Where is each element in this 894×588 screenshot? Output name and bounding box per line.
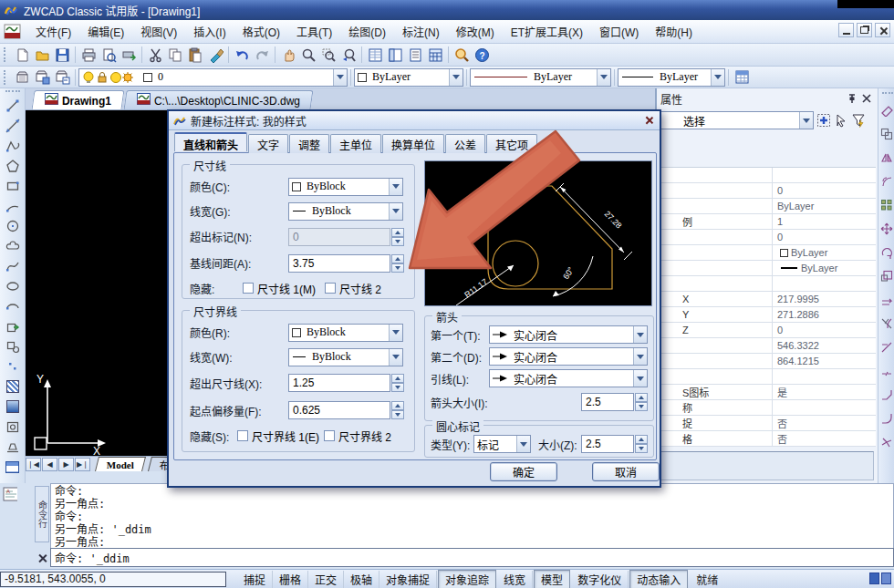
toolbar-grip[interactable] xyxy=(5,90,20,94)
second-arrow-combo[interactable]: 实心闭合 xyxy=(489,347,648,366)
point-tool[interactable] xyxy=(3,356,23,377)
lineweight-combo[interactable]: ByLayer xyxy=(618,68,725,87)
quick-select-icon[interactable] xyxy=(816,113,831,128)
first-tab-button[interactable]: ❘◀ xyxy=(26,458,41,471)
move-tool[interactable] xyxy=(880,217,894,241)
center-mark-type-combo[interactable]: 标记 xyxy=(473,435,531,453)
leader-arrow-combo[interactable]: 实心闭合 xyxy=(489,369,648,387)
property-row[interactable]: ByLayer xyxy=(659,245,876,261)
print-preview-button[interactable] xyxy=(99,46,119,65)
zoom-realtime-button[interactable] xyxy=(298,46,318,65)
suppress-dim-line2-checkbox[interactable] xyxy=(325,283,336,294)
polar-toggle[interactable]: 极轴 xyxy=(344,571,379,588)
open-button[interactable] xyxy=(32,46,52,65)
match-properties-button[interactable] xyxy=(205,46,225,65)
ext-lineweight-combo[interactable]: ByBlock xyxy=(288,348,403,366)
center-mark-size-spinner[interactable]: 2.5 xyxy=(581,435,648,453)
tab-fit[interactable]: 调整 xyxy=(289,134,329,153)
property-row[interactable]: Z0 xyxy=(659,323,876,338)
color-combo[interactable]: ByLayer xyxy=(354,68,463,87)
extend-beyond-ticks-spinner[interactable]: 0 xyxy=(288,228,404,246)
plot-button[interactable] xyxy=(119,46,139,65)
property-row[interactable]: 0 xyxy=(659,230,876,245)
tab-alt-units[interactable]: 换算单位 xyxy=(382,134,444,153)
first-arrow-combo[interactable]: 实心闭合 xyxy=(489,325,648,344)
doc-tab-drawing1[interactable]: Drawing1 xyxy=(32,90,125,109)
tab-text[interactable]: 文字 xyxy=(248,134,288,153)
spline-tool[interactable] xyxy=(3,256,23,276)
layer-manager-button[interactable] xyxy=(12,67,32,87)
tab-lines-arrows[interactable]: 直线和箭头 xyxy=(174,132,247,151)
tablet-toggle[interactable]: 数字化仪 xyxy=(571,571,629,588)
tab-primary-units[interactable]: 主单位 xyxy=(330,134,381,153)
chamfer-tool[interactable] xyxy=(880,383,894,407)
selection-combo-arrow[interactable] xyxy=(799,112,813,129)
selection-combo[interactable]: 选择 xyxy=(660,111,814,129)
dim-color-combo[interactable]: ByBlock xyxy=(288,178,403,196)
property-row[interactable]: 546.3322 xyxy=(659,338,876,354)
new-button[interactable] xyxy=(12,46,32,65)
toolbar-grip[interactable] xyxy=(4,70,8,85)
property-row[interactable] xyxy=(659,369,876,385)
select-objects-icon[interactable] xyxy=(834,113,848,128)
table-tool[interactable] xyxy=(3,457,23,477)
designcenter-button[interactable] xyxy=(385,46,405,65)
baseline-spacing-spinner[interactable]: 3.75 xyxy=(288,254,404,273)
help-button[interactable]: ? xyxy=(472,46,492,65)
close-panel-icon[interactable] xyxy=(859,91,874,106)
trim-tool[interactable] xyxy=(880,312,894,335)
mirror-tool[interactable] xyxy=(880,146,894,170)
ellipse-tool[interactable] xyxy=(3,276,23,296)
lineweight-toggle[interactable]: 线宽 xyxy=(497,571,533,588)
rectangle-tool[interactable] xyxy=(3,176,23,196)
properties-palette-button[interactable] xyxy=(365,46,385,65)
next-tab-button[interactable]: ▶ xyxy=(58,458,74,471)
property-row[interactable]: 例1 xyxy=(659,214,876,230)
toggle-pickadd-icon[interactable] xyxy=(851,113,866,128)
suppress-dim-line1-checkbox[interactable] xyxy=(243,283,254,294)
cut-button[interactable] xyxy=(145,46,165,65)
mdi-minimize-button[interactable] xyxy=(838,23,854,37)
scale-tool[interactable] xyxy=(880,264,894,288)
copy-button[interactable] xyxy=(165,46,185,65)
pan-button[interactable] xyxy=(278,46,298,65)
otrack-toggle[interactable]: 对象追踪 xyxy=(438,570,496,588)
revision-cloud-tool[interactable] xyxy=(3,236,23,256)
prev-tab-button[interactable]: ◀ xyxy=(42,458,57,471)
explode-tool[interactable] xyxy=(880,430,894,454)
offset-from-origin-spinner[interactable]: 0.625 xyxy=(288,401,404,419)
menu-draw[interactable]: 绘图(D) xyxy=(340,21,394,42)
snap-toggle[interactable]: 捕捉 xyxy=(237,571,273,588)
menu-window[interactable]: 窗口(W) xyxy=(591,21,647,42)
layer-states-button[interactable] xyxy=(32,67,52,87)
toolbar-grip[interactable] xyxy=(882,92,893,96)
text-window-icon[interactable]: A xyxy=(3,487,17,501)
property-row[interactable] xyxy=(659,276,876,292)
menu-et-tools[interactable]: ET扩展工具(X) xyxy=(503,21,591,42)
zoom-previous-button[interactable] xyxy=(338,46,359,65)
print-button[interactable] xyxy=(78,46,99,65)
construction-line-tool[interactable] xyxy=(3,116,23,136)
menu-insert[interactable]: 插入(I) xyxy=(185,21,234,42)
menu-view[interactable]: 视图(V) xyxy=(132,21,185,42)
layer-combo[interactable]: 0 xyxy=(78,68,348,87)
grid-toggle[interactable]: 栅格 xyxy=(273,571,308,588)
hatch-tool[interactable] xyxy=(3,377,23,397)
mdi-restore-button[interactable] xyxy=(857,23,872,37)
zoom-window-button[interactable] xyxy=(318,46,338,65)
redo-button[interactable] xyxy=(252,46,272,65)
command-close-icon[interactable] xyxy=(36,552,48,564)
menu-edit[interactable]: 编辑(E) xyxy=(79,21,132,42)
paste-button[interactable] xyxy=(185,46,205,65)
copy-tool[interactable] xyxy=(880,122,894,146)
arc-tool[interactable] xyxy=(3,196,23,216)
menu-tools[interactable]: 工具(T) xyxy=(288,21,340,42)
find-button[interactable] xyxy=(452,46,472,65)
property-row[interactable]: 0 xyxy=(659,183,876,199)
array-tool[interactable] xyxy=(880,193,894,217)
menu-modify[interactable]: 修改(M) xyxy=(448,21,503,42)
pin-icon[interactable] xyxy=(845,91,859,106)
coordinate-display[interactable]: -9.5181, 543.0055, 0 xyxy=(0,572,226,587)
layer-combo-arrow[interactable] xyxy=(333,69,347,86)
property-row[interactable]: ByLayer xyxy=(659,199,876,214)
